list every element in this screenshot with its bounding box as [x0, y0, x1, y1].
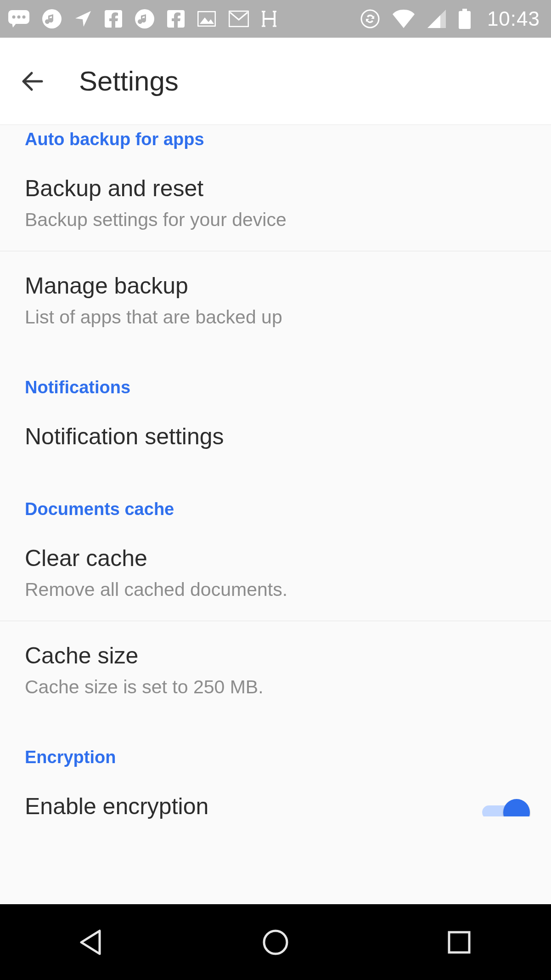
svg-rect-10: [198, 11, 215, 26]
section-header-documents-cache: Documents cache: [0, 470, 551, 524]
cell-signal-icon: [427, 10, 446, 28]
section-header-encryption: Encryption: [0, 718, 551, 772]
row-notification-settings[interactable]: Notification settings: [0, 402, 551, 470]
row-subtitle: Remove all cached documents.: [25, 579, 526, 600]
android-nav-bar: [0, 904, 551, 980]
row-title: Clear cache: [25, 545, 526, 572]
facebook-icon-2: [167, 10, 185, 28]
svg-marker-18: [81, 931, 100, 954]
svg-marker-6: [75, 11, 91, 27]
svg-point-3: [22, 16, 26, 19]
row-cache-size[interactable]: Cache size Cache size is set to 250 MB.: [0, 621, 551, 718]
page-title: Settings: [79, 65, 179, 97]
nav-home-button[interactable]: [230, 904, 321, 980]
image-icon: [197, 11, 216, 27]
svg-rect-20: [449, 932, 469, 952]
section-header-notifications: Notifications: [0, 348, 551, 402]
facebook-icon: [105, 10, 122, 28]
svg-point-2: [17, 16, 21, 19]
svg-point-1: [12, 16, 16, 19]
location-icon: [74, 10, 92, 28]
nav-recents-button[interactable]: [413, 904, 505, 980]
settings-list: Auto backup for apps Backup and reset Ba…: [0, 125, 551, 823]
row-clear-cache[interactable]: Clear cache Remove all cached documents.: [0, 524, 551, 621]
row-title: Cache size: [25, 642, 526, 669]
music-icon: [42, 9, 62, 28]
sync-icon: [360, 9, 380, 28]
switch-clip: [480, 796, 531, 816]
svg-rect-17: [459, 11, 471, 29]
status-bar: 10:43: [0, 0, 551, 38]
section-header-auto-backup: Auto backup for apps: [0, 125, 551, 154]
chat-icon: [8, 10, 29, 28]
row-backup-and-reset[interactable]: Backup and reset Backup settings for you…: [0, 154, 551, 251]
row-subtitle: List of apps that are backed up: [25, 306, 526, 328]
row-title: Enable encryption: [25, 793, 208, 820]
gmail-icon: [229, 11, 249, 27]
back-button[interactable]: [18, 68, 46, 95]
row-subtitle: Backup settings for your device: [25, 209, 526, 231]
row-subtitle: Cache size is set to 250 MB.: [25, 676, 526, 698]
music-icon-2: [135, 9, 154, 28]
h-icon: [262, 11, 276, 27]
status-bar-left: [8, 9, 276, 28]
nav-back-button[interactable]: [46, 904, 138, 980]
row-title: Backup and reset: [25, 175, 526, 202]
row-manage-backup[interactable]: Manage backup List of apps that are back…: [0, 251, 551, 348]
svg-point-13: [361, 10, 379, 28]
svg-point-19: [264, 931, 287, 954]
row-enable-encryption[interactable]: Enable encryption: [0, 772, 551, 823]
battery-icon: [459, 9, 471, 29]
app-bar: Settings: [0, 38, 551, 125]
toggle-thumb: [503, 799, 530, 816]
svg-marker-15: [427, 15, 440, 28]
svg-marker-4: [12, 23, 17, 28]
wifi-icon: [393, 10, 415, 28]
row-title: Manage backup: [25, 272, 526, 299]
status-bar-right: 10:43: [360, 7, 540, 30]
status-clock: 10:43: [487, 7, 540, 30]
svg-marker-11: [200, 17, 214, 24]
enable-encryption-toggle[interactable]: [482, 799, 530, 816]
row-title: Notification settings: [25, 423, 526, 450]
svg-rect-16: [462, 9, 467, 11]
